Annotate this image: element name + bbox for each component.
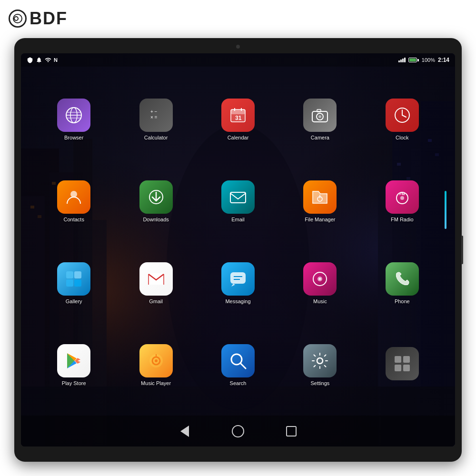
app-icon-gmail [139, 262, 173, 296]
app-icon-unknown [386, 347, 419, 380]
battery-icon [408, 58, 419, 62]
vertical-indicator [445, 191, 446, 229]
app-icon-browser [57, 99, 90, 132]
brand-name: BDF [30, 9, 68, 29]
recents-button[interactable] [284, 424, 299, 439]
logo-circle [9, 10, 27, 28]
svg-rect-74 [403, 365, 410, 371]
camera-dot [236, 45, 240, 49]
svg-point-1 [14, 17, 18, 20]
app-label-contacts: Contacts [63, 217, 84, 222]
app-item-downloads[interactable]: Downloads [117, 163, 194, 240]
app-item-phone[interactable]: Phone [364, 245, 441, 322]
app-icon-settings [303, 344, 337, 377]
svg-text:× =: × = [150, 115, 158, 120]
wifi-icon [45, 57, 51, 63]
app-item-camera[interactable]: Camera [281, 81, 358, 158]
app-icon-messaging [221, 262, 255, 296]
app-item-filemanager[interactable]: File Manager [281, 163, 358, 240]
app-label-filemanager: File Manager [305, 217, 335, 222]
app-label-music: Music [313, 298, 327, 304]
svg-rect-72 [403, 356, 410, 363]
side-button[interactable] [461, 236, 463, 264]
app-item-email[interactable]: Email [199, 163, 277, 240]
app-item-browser[interactable]: Browser [35, 81, 112, 158]
signal-bars [398, 58, 406, 62]
app-label-phone: Phone [395, 298, 410, 304]
app-icon-camera [303, 99, 337, 132]
status-right-icons: 100% 2:14 [398, 57, 449, 63]
app-label-playstore: Play Store [62, 380, 86, 386]
app-label-downloads: Downloads [143, 217, 169, 222]
app-item-fmradio[interactable]: FMFM Radio [364, 163, 441, 240]
tablet-device: N 100% 2:14 [14, 38, 462, 462]
app-icon-clock [386, 99, 419, 132]
app-icon-playstore [57, 344, 90, 377]
app-item-settings[interactable]: Settings [281, 327, 358, 404]
tablet-screen: N 100% 2:14 [21, 53, 455, 446]
app-label-email: Email [231, 217, 245, 222]
app-label-camera: Camera [311, 135, 329, 140]
app-label-fmradio: FM Radio [391, 217, 414, 222]
svg-rect-54 [74, 279, 81, 287]
svg-line-41 [402, 115, 406, 117]
shield-icon [27, 57, 33, 63]
app-item-calendar[interactable]: 31Calendar [199, 81, 277, 158]
app-item-clock[interactable]: Clock [364, 81, 441, 158]
app-item-contacts[interactable]: Contacts [35, 163, 112, 240]
app-item-gmail[interactable]: Gmail [117, 245, 194, 322]
notification-icon [36, 57, 42, 63]
app-item-calculator[interactable]: + −× =Calculator [117, 81, 194, 158]
svg-point-66 [155, 359, 158, 362]
nav-bar [21, 416, 455, 446]
app-item-unknown[interactable] [364, 327, 441, 404]
app-item-musicplayer[interactable]: Music Player [117, 327, 194, 404]
app-item-gallery[interactable]: Gallery [35, 245, 112, 322]
app-icon-filemanager [303, 180, 337, 214]
app-icon-search [221, 344, 255, 377]
app-icon-downloads [139, 180, 173, 214]
svg-text:31: 31 [235, 115, 242, 121]
app-label-gallery: Gallery [66, 298, 82, 304]
app-icon-calculator: + −× = [139, 99, 173, 132]
app-icon-calendar: 31 [221, 99, 255, 132]
svg-text:+ −: + − [150, 109, 158, 114]
app-icon-gallery [57, 262, 90, 296]
svg-rect-58 [230, 272, 246, 284]
svg-rect-31 [231, 109, 245, 114]
app-label-settings: Settings [311, 380, 330, 386]
app-item-search[interactable]: Search [199, 327, 277, 404]
svg-rect-71 [395, 356, 401, 363]
app-label-browser: Browser [64, 135, 83, 140]
app-label-musicplayer: Music Player [141, 380, 171, 386]
svg-text:FM: FM [399, 192, 405, 196]
app-label-search: Search [230, 380, 247, 386]
app-label-messaging: Messaging [225, 298, 250, 304]
time-display: 2:14 [438, 57, 449, 63]
svg-point-37 [318, 115, 321, 118]
app-item-playstore[interactable]: Play Store [35, 327, 112, 404]
app-icon-email [221, 180, 255, 214]
app-icon-contacts [57, 180, 90, 214]
app-label-calculator: Calculator [144, 135, 168, 140]
svg-rect-38 [317, 109, 321, 112]
status-left-icons: N [27, 57, 58, 63]
app-item-music[interactable]: Music [281, 245, 358, 322]
app-label-gmail: Gmail [149, 298, 163, 304]
svg-rect-51 [66, 271, 73, 278]
battery-percent: 100% [422, 57, 435, 63]
app-icon-phone [386, 262, 419, 296]
app-label-calendar: Calendar [228, 135, 249, 140]
svg-point-70 [317, 358, 323, 364]
app-label-clock: Clock [396, 135, 409, 140]
logo-area: BDF [9, 9, 68, 29]
svg-rect-53 [66, 279, 73, 287]
svg-rect-73 [395, 365, 401, 371]
home-button[interactable] [230, 424, 246, 439]
svg-rect-45 [230, 192, 246, 203]
app-item-messaging[interactable]: Messaging [199, 245, 277, 322]
back-button[interactable] [177, 424, 192, 439]
network-indicator: N [54, 57, 58, 63]
svg-rect-52 [74, 271, 81, 278]
app-icon-music [303, 262, 337, 296]
